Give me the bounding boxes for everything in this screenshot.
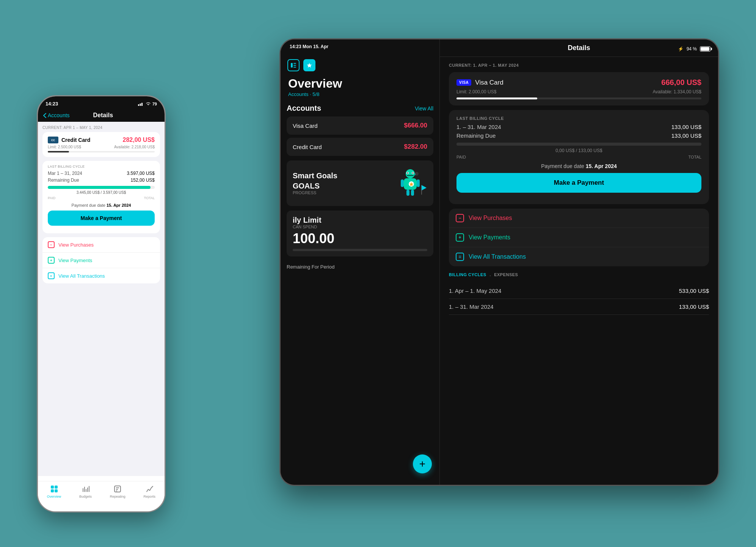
phone-remaining-label: Remaining Due <box>48 178 79 183</box>
phone-current-label: CURRENT: APR 1 – MAY 1, 2024 <box>42 126 160 130</box>
view-purchases-item[interactable]: − View Purchases <box>449 209 709 228</box>
battery-percent: 94 % <box>687 46 697 52</box>
expenses-tab[interactable]: EXPENSES <box>494 272 518 279</box>
phone-view-payments[interactable]: + View Payments <box>42 253 160 268</box>
billing-cycles-section: BILLING CYCLES · EXPENSES 1. Apr – 1. Ma… <box>449 272 709 315</box>
phone-status-bar: 14:23 79 <box>45 101 157 107</box>
view-transactions-item[interactable]: ≡ View All Transactions <box>449 247 709 266</box>
due-date-text: Payment due date 15. Apr 2024 <box>456 163 701 169</box>
nav-overview[interactable]: Overview <box>47 484 61 498</box>
phone-total: TOTAL <box>144 196 155 200</box>
card-amount: 666,00 US$ <box>661 78 701 87</box>
card-meta: Limit: 2.000,00 US$ Available: 1.334,00 … <box>456 89 701 94</box>
svg-rect-10 <box>411 190 414 196</box>
svg-rect-28 <box>55 489 58 492</box>
phone-payment-button[interactable]: Make a Payment <box>48 211 155 226</box>
billing-progress-bar <box>456 143 701 146</box>
view-all-button[interactable]: View All <box>415 105 433 112</box>
phone-view-purchases[interactable]: − View Purchases <box>42 237 160 253</box>
view-payments-item[interactable]: + View Payments <box>449 228 709 247</box>
phone-status-icons: 79 <box>138 102 157 106</box>
due-date-prefix: Payment due date <box>541 163 584 169</box>
nav-repeating[interactable]: Repeating <box>110 484 125 498</box>
billing-cycle-card: LAST BILLING CYCLE 1. – 31. Mar 2024 133… <box>449 110 709 204</box>
credit-card-icon: CC <box>48 137 58 143</box>
wifi-label: ⚡ <box>678 46 684 52</box>
overview-header: Overview Accounts · 5/8 <box>281 71 439 100</box>
cycle-2-period: 1. – 31. Mar 2024 <box>449 303 494 310</box>
view-purchases-label: View Purchases <box>469 215 512 222</box>
phone-card-progress <box>48 151 155 152</box>
phone-card-header: CC Credit Card 282,00 US$ <box>48 137 155 143</box>
paid-label: PAID <box>456 155 466 159</box>
credit-card-amount: $282.00 <box>404 143 427 151</box>
accounts-section: Accounts View All Visa Card $666.00 Cred… <box>281 100 439 156</box>
cycle-2-amount: 133,00 US$ <box>679 303 709 310</box>
phone-bottom-nav: Overview Budgets Repeating <box>38 481 165 511</box>
robot-mascot: i <box>393 166 427 200</box>
remaining-label: Remaining For Period <box>281 261 439 273</box>
svg-marker-19 <box>422 185 427 190</box>
phone-view-transactions[interactable]: ≡ View All Transactions <box>42 268 160 283</box>
svg-rect-7 <box>401 179 404 187</box>
make-payment-button[interactable]: Make a Payment <box>456 173 701 193</box>
goals-label: GOALS <box>293 182 337 190</box>
svg-rect-25 <box>51 486 54 489</box>
card-name: Visa Card <box>475 79 503 86</box>
reports-nav-icon <box>145 484 154 494</box>
billing-meta: PAID TOTAL <box>456 155 701 159</box>
svg-rect-3 <box>293 67 296 68</box>
billing-period-row: 1. – 31. Mar 2024 133,00 US$ <box>456 124 701 130</box>
cycle-1-amount: 533,00 US$ <box>679 288 709 294</box>
nav-budgets-label: Budgets <box>79 495 92 498</box>
action-list: − View Purchases + View Payments ≡ View … <box>449 209 709 266</box>
daily-progress <box>293 249 427 251</box>
phone-paid-total: PAID TOTAL <box>48 196 155 200</box>
card-progress-bar <box>456 97 701 99</box>
sidebar-icon[interactable] <box>287 59 300 71</box>
scene: 14:23 Mon 15. Apr <box>37 27 719 520</box>
phone-time: 14:23 <box>45 101 58 107</box>
svg-rect-2 <box>293 65 296 66</box>
accounts-header: Accounts View All <box>287 100 433 116</box>
cycle-row-1: 1. Apr – 1. May 2024 533,00 US$ <box>449 283 709 299</box>
svg-rect-9 <box>406 190 409 196</box>
visa-card-amount: $666.00 <box>404 122 427 129</box>
svg-rect-26 <box>55 486 58 489</box>
nav-reports-label: Reports <box>144 495 156 498</box>
phone-progress-fill <box>48 151 69 152</box>
phone-billing-row-1: Mar 1 – 31, 2024 3.597,00 US$ <box>48 171 155 176</box>
overview-subtitle: Accounts · 5/8 <box>288 91 432 97</box>
smart-goals-card[interactable]: Smart Goals GOALS PROGRESS <box>287 160 433 206</box>
nav-budgets[interactable]: Budgets <box>79 484 92 498</box>
phone-credit-card: CC Credit Card 282,00 US$ Limit: 2.500,0… <box>42 132 160 157</box>
nav-reports[interactable]: Reports <box>144 484 156 498</box>
svg-point-13 <box>407 173 408 174</box>
wifi-icon-phone <box>146 102 151 106</box>
star-icon[interactable] <box>303 59 315 71</box>
billing-cycles-tab[interactable]: BILLING CYCLES <box>449 272 486 279</box>
phone-billing-text: 3.445,00 US$ / 3.597,00 US$ <box>48 190 155 195</box>
phone-meta-row: Limit: 2.500,00 US$ Available: 2.218,00 … <box>48 145 155 149</box>
current-period-label: CURRENT: 1. APR – 1. MAY 2024 <box>449 63 709 68</box>
billing-progress-section: 0,00 US$ / 133,00 US$ PAID TOTAL <box>456 143 701 159</box>
tablet-top-bar <box>281 54 439 71</box>
credit-card-row[interactable]: Credit Card $282.00 <box>287 138 433 156</box>
back-button[interactable]: Accounts <box>43 112 70 118</box>
view-payments-label: View Payments <box>469 234 510 241</box>
phone-action-list: − View Purchases + View Payments ≡ View … <box>42 237 160 283</box>
phone-content: CURRENT: APR 1 – MAY 1, 2024 CC Credit C… <box>38 122 165 476</box>
nav-repeating-label: Repeating <box>110 495 125 498</box>
phone-purchases-icon: − <box>48 241 55 248</box>
cycle-row-2: 1. – 31. Mar 2024 133,00 US$ <box>449 299 709 315</box>
phone-card-name-row: CC Credit Card <box>48 137 90 143</box>
remaining-due-label: Remaining Due <box>456 132 496 139</box>
back-label: Accounts <box>48 112 70 118</box>
phone-remaining-row: Remaining Due 152,00 US$ <box>48 178 155 183</box>
visa-card-row[interactable]: Visa Card $666.00 <box>287 116 433 135</box>
add-button[interactable]: + <box>413 454 432 473</box>
daily-limit-card[interactable]: ily Limit CAN SPEND 100.00 <box>287 211 433 256</box>
last-billing-label: LAST BILLING CYCLE <box>456 116 701 121</box>
phone-purchases-label: View Purchases <box>58 242 94 248</box>
phone-available: Available: 2.218,00 US$ <box>114 145 155 149</box>
